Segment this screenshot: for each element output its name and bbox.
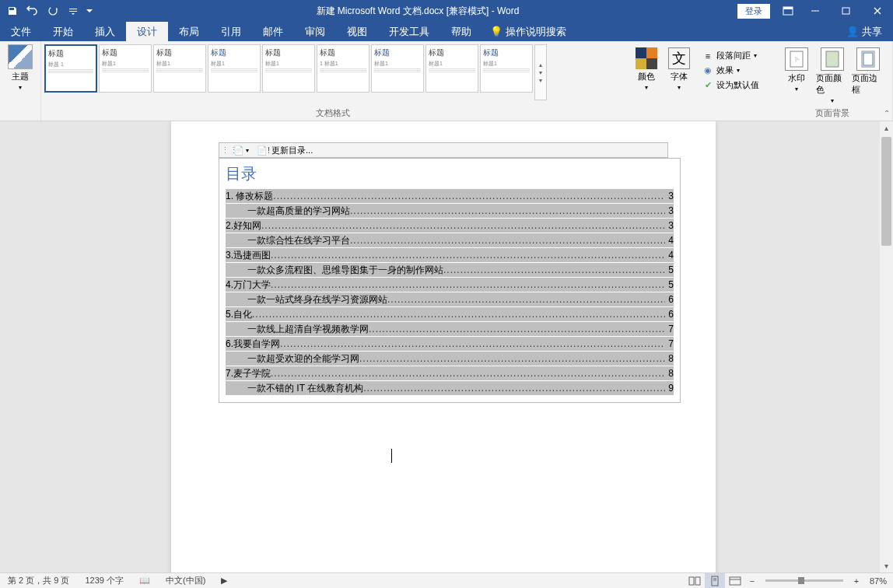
toc-entry-text: 5.自化	[226, 307, 252, 321]
toc-entry[interactable]: 5.自化....................................…	[226, 307, 674, 321]
qat-more-button[interactable]	[84, 2, 95, 20]
scrollbar-thumb[interactable]	[881, 137, 891, 246]
minimize-button[interactable]	[800, 0, 831, 22]
style-thumbnail[interactable]: 标题1 标题1	[317, 44, 369, 93]
tell-me-search[interactable]: 💡 操作说明搜索	[482, 25, 574, 39]
tab-review[interactable]: 审阅	[294, 22, 336, 41]
zoom-level[interactable]: 87%	[863, 576, 893, 586]
style-thumbnail[interactable]: 标题标题1	[208, 44, 261, 93]
toc-entry-text: 1. 修改标题	[226, 189, 273, 203]
toc-entry[interactable]: 2.好知网...................................…	[226, 219, 674, 233]
themes-button[interactable]: 主题 ▾	[5, 44, 36, 91]
style-thumbnail[interactable]: 标题标题1	[425, 44, 478, 93]
page-color-button[interactable]: 页面颜色 ▾	[816, 47, 849, 104]
scroll-up-button[interactable]: ▴	[880, 121, 893, 135]
toc-entry[interactable]: 一款超高质量的学习网站.............................…	[226, 204, 674, 218]
tab-view[interactable]: 视图	[336, 22, 378, 41]
style-thumbnail[interactable]: 标题标题1	[480, 44, 533, 93]
word-count[interactable]: 1239 个字	[77, 575, 131, 586]
style-thumbnail[interactable]: 标题标题1	[262, 44, 315, 93]
print-layout-button[interactable]	[705, 573, 725, 589]
drag-handle-icon[interactable]: ⋮⋮	[221, 145, 229, 156]
collapse-ribbon-button[interactable]: ⌃	[884, 109, 890, 117]
qat-customize-button[interactable]	[64, 2, 82, 20]
toc-entry[interactable]: 一款众多流程图、思维导图集于一身的制作网站...................…	[226, 263, 674, 277]
toc-leader: ........................................…	[363, 381, 665, 395]
page-status[interactable]: 第 2 页，共 9 页	[0, 575, 77, 586]
toc-entry[interactable]: 一款综合性在线学习平台.............................…	[226, 233, 674, 247]
style-thumbnail[interactable]: 标题标题1	[153, 44, 206, 93]
tab-mailings[interactable]: 邮件	[252, 22, 294, 41]
tab-insert[interactable]: 插入	[84, 22, 126, 41]
toc-options-button[interactable]: 📄 ▾	[230, 143, 252, 157]
style-thumbnail[interactable]: 标题标题1	[371, 44, 424, 93]
zoom-slider[interactable]	[765, 579, 843, 582]
watermark-button[interactable]: A 水印 ▾	[780, 47, 813, 104]
zoom-out-button[interactable]: −	[745, 576, 759, 586]
set-default-button[interactable]: ✔ 设为默认值	[700, 79, 762, 92]
close-button[interactable]	[862, 0, 893, 22]
page[interactable]: ⋮⋮ 📄 ▾ 📄! 更新目录... 目录 1. 修改标题............…	[171, 121, 716, 572]
tab-home[interactable]: 开始	[42, 22, 84, 41]
tab-developer[interactable]: 开发工具	[378, 22, 440, 41]
scroll-down-button[interactable]: ▾	[880, 559, 893, 572]
document-area[interactable]: ⋮⋮ 📄 ▾ 📄! 更新目录... 目录 1. 修改标题............…	[0, 121, 880, 572]
macro-status[interactable]: ▶	[213, 576, 235, 586]
colors-icon	[636, 47, 657, 69]
zoom-in-button[interactable]: +	[849, 576, 863, 586]
toc-entry[interactable]: 一款一站式终身在线学习资源网站.........................…	[226, 292, 674, 306]
page-borders-button[interactable]: 页面边框	[852, 47, 884, 104]
style-thumbnail[interactable]: 标题标题 1	[44, 44, 97, 93]
colors-label: 颜色	[638, 71, 655, 82]
toc-entry-text: 3.迅捷画图	[226, 248, 271, 262]
theme-icon	[8, 44, 33, 69]
document-icon: 📄	[233, 145, 244, 156]
paragraph-spacing-button[interactable]: ≡ 段落间距 ▾	[700, 49, 762, 62]
toc-entry[interactable]: 4.万门大学..................................…	[226, 278, 674, 292]
spellcheck-button[interactable]: 📖	[131, 576, 158, 586]
share-button[interactable]: 👤 共享	[835, 25, 893, 39]
fonts-button[interactable]: 文 字体 ▾	[664, 47, 694, 93]
page-background-group: A 水印 ▾ 页面颜色 ▾ 页面边框 页面背景	[772, 41, 893, 121]
effects-button[interactable]: ◉ 效果 ▾	[700, 64, 762, 77]
tab-layout[interactable]: 布局	[168, 22, 210, 41]
save-button[interactable]	[3, 2, 22, 20]
web-layout-button[interactable]	[725, 573, 745, 589]
update-toc-button[interactable]: 📄! 更新目录...	[254, 143, 316, 157]
redo-button[interactable]	[44, 2, 62, 20]
language-status[interactable]: 中文(中国)	[158, 575, 213, 586]
page-bg-label: 页面背景	[815, 107, 849, 121]
toc-entry-page: 5	[665, 278, 674, 292]
chevron-down-icon: ▾	[678, 84, 681, 91]
toc-entry[interactable]: 一款不错的 IT 在线教育机构.........................…	[226, 381, 674, 395]
toc-leader: ........................................…	[369, 322, 665, 336]
toc-entry-text: 一款线上超清自学视频教学网	[247, 322, 369, 336]
toc-entry[interactable]: 1. 修改标题.................................…	[226, 189, 674, 203]
maximize-button[interactable]	[831, 0, 862, 22]
svg-rect-2	[783, 7, 793, 9]
toc-entry[interactable]: 7.麦子学院..................................…	[226, 366, 674, 380]
toc-entry[interactable]: 3.迅捷画图..................................…	[226, 248, 674, 262]
lightbulb-icon: 💡	[490, 26, 503, 37]
login-button[interactable]: 登录	[737, 4, 770, 19]
undo-button[interactable]	[23, 2, 42, 20]
toc-entry-page: 5	[665, 263, 674, 277]
toc-entry[interactable]: 一款线上超清自学视频教学网...........................…	[226, 322, 674, 336]
tab-file[interactable]: 文件	[0, 22, 42, 41]
page-content: ⋮⋮ 📄 ▾ 📄! 更新目录... 目录 1. 修改标题............…	[218, 152, 669, 572]
toc-field[interactable]: 目录 1. 修改标题..............................…	[219, 158, 681, 403]
toc-entry[interactable]: 6.我要自学网.................................…	[226, 337, 674, 351]
toc-leader: ........................................…	[273, 189, 665, 203]
ribbon-display-options-button[interactable]	[776, 0, 800, 22]
toc-entry[interactable]: 一款超受欢迎的全能学习网............................…	[226, 352, 674, 366]
vertical-scrollbar[interactable]: ▴ ▾	[880, 121, 893, 572]
tab-help[interactable]: 帮助	[440, 22, 482, 41]
read-mode-button[interactable]	[685, 573, 705, 589]
zoom-slider-thumb[interactable]	[798, 577, 804, 584]
tab-references[interactable]: 引用	[210, 22, 252, 41]
style-gallery-more-button[interactable]: ▴▾▾	[534, 44, 547, 100]
toc-entry-page: 4	[665, 248, 674, 262]
colors-button[interactable]: 颜色 ▾	[632, 47, 661, 93]
style-thumbnail[interactable]: 标题标题1	[99, 44, 152, 93]
tab-design[interactable]: 设计	[126, 22, 168, 41]
